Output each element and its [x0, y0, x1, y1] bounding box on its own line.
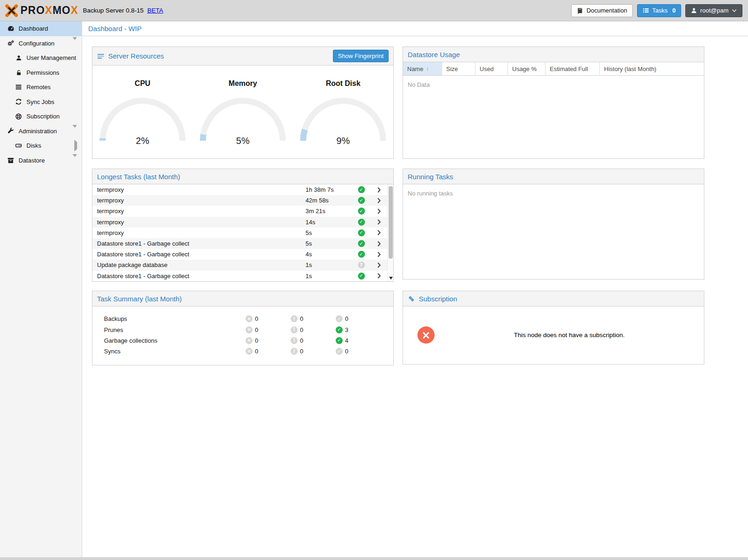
- ok-count-icon: ✓: [336, 315, 343, 322]
- task-status-icon: ✓: [358, 273, 365, 280]
- server-bars-icon: [14, 84, 23, 90]
- sort-up-icon: ↑: [426, 65, 429, 72]
- subscription-title: Subscription: [419, 295, 457, 303]
- wrench-icon: [6, 128, 15, 134]
- error-count-icon: ×: [246, 326, 253, 333]
- chevron-right-icon[interactable]: [371, 273, 387, 279]
- task-row[interactable]: termproxy 5s ✓: [92, 228, 387, 238]
- topbar: PROXMOX Backup Server 0.8-15 BETA Docume…: [0, 0, 748, 21]
- task-status-icon: ✓: [358, 208, 365, 215]
- chevron-right-icon[interactable]: [371, 198, 387, 203]
- datastore-expander-icon[interactable]: [72, 157, 77, 164]
- product-version: Backup Server 0.8-15: [83, 7, 144, 14]
- task-row[interactable]: termproxy 3m 21s ✓: [92, 206, 387, 216]
- ok-count-icon: ✓: [336, 326, 343, 333]
- task-status-icon: ✓: [358, 229, 365, 236]
- sidebar-item-sync-jobs[interactable]: Sync Jobs: [0, 95, 82, 110]
- summary-row-garbage-collections: Garbage collections ×0 !0 ✓4: [92, 335, 393, 346]
- sidebar-item-datastore[interactable]: Datastore: [0, 153, 82, 168]
- configuration-expander-icon[interactable]: [72, 40, 77, 47]
- resources-bars-icon: [97, 53, 104, 59]
- summary-row-prunes: Prunes ×0 !0 ✓3: [92, 324, 393, 335]
- subscription-panel: Subscription × This node does not have a…: [403, 291, 704, 365]
- task-status-icon: ✓: [358, 251, 365, 258]
- task-row[interactable]: Datastore store1 - Garbage collect 1s ✓: [92, 271, 387, 281]
- sidebar-item-subscription[interactable]: Subscription: [0, 109, 82, 124]
- ok-count-icon: ✓: [336, 348, 343, 355]
- scrollbar-down-arrow-icon[interactable]: [389, 277, 393, 280]
- task-summary-panel: Task Summary (last Month) Backups ×0 !0 …: [92, 291, 394, 365]
- sidebar-item-administration[interactable]: Administration: [0, 124, 82, 139]
- cpu-gauge: CPU 2%: [92, 65, 193, 158]
- running-tasks-empty-text: No running tasks: [403, 184, 704, 202]
- hard-disk-icon: [14, 143, 23, 149]
- scrollbar-thumb[interactable]: [389, 186, 393, 259]
- task-status-icon: ✓: [358, 240, 365, 247]
- user-icon: [691, 7, 697, 13]
- ticket-icon: [408, 295, 415, 302]
- chevron-right-icon[interactable]: [371, 262, 387, 268]
- chevron-right-icon[interactable]: [371, 219, 387, 225]
- beta-link[interactable]: BETA: [147, 7, 163, 14]
- sidebar: Dashboard Configuration User Management …: [0, 21, 82, 557]
- book-icon: [577, 7, 583, 14]
- documentation-button[interactable]: Documentation: [571, 4, 632, 17]
- chevron-down-icon: [732, 9, 737, 13]
- gears-icon: [6, 40, 15, 46]
- administration-expander-icon[interactable]: [72, 128, 77, 135]
- memory-gauge: Memory 5%: [193, 65, 293, 158]
- no-subscription-error-icon: ×: [417, 326, 435, 344]
- user-menu-button[interactable]: root@pam: [685, 4, 742, 17]
- task-row[interactable]: termproxy 42m 58s ✓: [92, 195, 387, 206]
- warning-count-icon: !: [291, 315, 298, 322]
- datastore-usage-panel: Datastore Usage Name ↑ Size Used Usage %…: [403, 46, 704, 159]
- longest-tasks-title: Longest Tasks (last Month): [97, 173, 180, 181]
- column-header-history[interactable]: History (last Month): [600, 62, 704, 75]
- chevron-right-icon[interactable]: [371, 241, 387, 247]
- task-row[interactable]: Datastore store1 - Garbage collect 5s ✓: [92, 238, 387, 249]
- sidebar-item-user-management[interactable]: User Management: [0, 51, 82, 65]
- subscription-message: This node does not have a subscription.: [435, 332, 704, 339]
- sidebar-item-dashboard[interactable]: Dashboard: [0, 21, 82, 36]
- task-status-icon: ✓: [358, 186, 365, 193]
- page-title: Dashboard - WIP: [88, 25, 142, 33]
- warning-count-icon: !: [291, 326, 298, 333]
- chevron-right-icon[interactable]: [371, 252, 387, 257]
- chevron-right-icon[interactable]: [371, 208, 387, 214]
- task-row[interactable]: termproxy 14s ✓: [92, 217, 387, 228]
- column-header-used[interactable]: Used: [475, 62, 508, 75]
- main-area: Dashboard - WIP Server Resources Show Fi…: [82, 21, 748, 557]
- vertical-scrollbar[interactable]: [387, 184, 393, 281]
- sidebar-item-configuration[interactable]: Configuration: [0, 36, 82, 51]
- server-resources-title: Server Resources: [108, 52, 164, 60]
- datastore-table-header: Name ↑ Size Used Usage % Estimated Full …: [403, 62, 704, 76]
- sidebar-item-disks[interactable]: Disks: [0, 138, 82, 153]
- datastore-usage-title: Datastore Usage: [408, 51, 460, 59]
- ok-count-icon: ✓: [336, 337, 343, 344]
- column-header-usage-pct[interactable]: Usage %: [508, 62, 546, 75]
- task-row[interactable]: termproxy 1h 38m 7s ✓: [92, 184, 387, 195]
- column-header-name[interactable]: Name ↑: [403, 62, 442, 75]
- longest-tasks-panel: Longest Tasks (last Month) termproxy 1h …: [92, 169, 394, 282]
- tasks-button[interactable]: Tasks 0: [637, 4, 681, 17]
- archive-box-icon: [6, 157, 15, 163]
- warning-count-icon: !: [291, 337, 298, 344]
- column-header-size[interactable]: Size: [442, 62, 475, 75]
- show-fingerprint-button[interactable]: Show Fingerprint: [333, 50, 389, 62]
- chevron-right-icon[interactable]: [371, 187, 387, 193]
- proxmox-logo: PROXMOX: [5, 4, 78, 18]
- window-bottom-edge: [0, 557, 748, 560]
- dashboard-gauge-icon: [6, 26, 15, 32]
- task-status-icon: ✓: [358, 219, 365, 226]
- sync-refresh-icon: [14, 98, 23, 105]
- disks-expander-icon[interactable]: [74, 142, 77, 149]
- chevron-right-icon[interactable]: [371, 230, 387, 235]
- server-resources-panel: Server Resources Show Fingerprint CPU 2%…: [92, 46, 394, 159]
- task-row[interactable]: Update package database 1s ?: [92, 260, 387, 270]
- sidebar-item-remotes[interactable]: Remotes: [0, 80, 82, 95]
- task-summary-title: Task Summary (last Month): [97, 295, 182, 303]
- error-count-icon: ×: [246, 348, 253, 355]
- column-header-estimated-full[interactable]: Estimated Full: [546, 62, 600, 75]
- task-row[interactable]: Datastore store1 - Garbage collect 4s ✓: [92, 249, 387, 260]
- sidebar-item-permissions[interactable]: Permissions: [0, 65, 82, 80]
